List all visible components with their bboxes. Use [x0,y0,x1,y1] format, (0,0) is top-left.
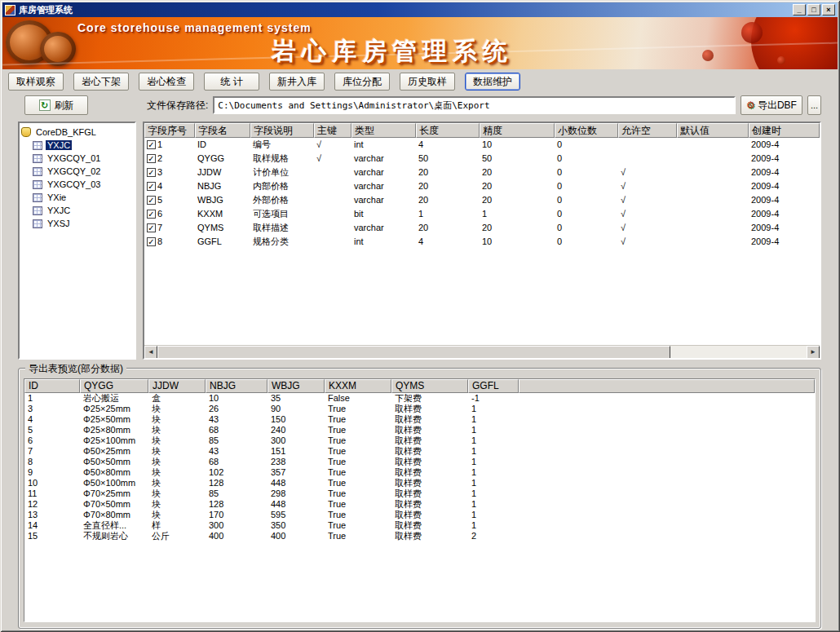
save-path-input[interactable] [213,96,736,114]
cell: 15 [24,531,80,541]
toolbar-button-6[interactable]: 库位分配 [334,73,390,91]
column-header[interactable]: 精度 [480,123,555,138]
table-row[interactable]: 8Φ50×50mm块68238True取样费1 [24,457,815,467]
column-header[interactable]: 字段序号 [144,123,195,138]
column-header[interactable]: GGFL [468,379,519,393]
table-row[interactable]: 13Φ70×80mm块170595True取样费1 [24,510,815,520]
table-row[interactable]: 12Φ70×50mm块128448True取样费1 [24,499,815,510]
column-header[interactable]: 字段说明 [250,123,314,138]
toolbar-button-8[interactable]: 数据维护 [465,73,520,91]
minimize-button[interactable]: _ [793,4,806,15]
close-button[interactable]: × [822,4,835,15]
cell: 50 [416,152,480,166]
tree-item[interactable]: YXGCQY_03 [21,178,133,191]
row-checkbox[interactable]: ✓ [147,140,156,149]
cell: 20 [416,179,480,193]
scroll-right-arrow[interactable]: ► [807,346,820,359]
cell: 块 [148,446,206,457]
cell-filler [519,510,815,520]
row-checkbox[interactable]: ✓ [147,168,156,177]
tree-item[interactable]: YXGCQY_02 [21,165,133,178]
column-header[interactable]: NBJG [206,379,267,393]
table-row[interactable]: 11Φ70×25mm块85298True取样费1 [24,488,815,499]
browse-more-button[interactable]: ... [807,95,821,115]
cell [677,221,749,235]
cell: 0 [555,179,618,193]
tree-item[interactable]: YXSJ [21,217,133,230]
column-header[interactable]: JJDW [148,379,206,393]
table-row[interactable]: 15不规则岩心公斤400400True取样费2 [24,531,815,541]
column-header[interactable]: QYGG [80,379,148,393]
toolbar: 取样观察岩心下架岩心检查统 计新井入库库位分配历史取样数据维护 [2,69,838,94]
fields-hscrollbar[interactable]: ◄ ► [144,345,820,358]
toolbar-button-4[interactable]: 统 计 [204,73,259,91]
toolbar-button-2[interactable]: 岩心下架 [73,73,129,91]
column-header[interactable]: 默认值 [677,123,749,138]
column-header[interactable]: WBJG [267,379,325,393]
tree-item[interactable]: YXJC [21,204,133,217]
cell: 0 [555,166,618,179]
table-row[interactable]: 9Φ50×80mm块102357True取样费1 [24,467,815,478]
cell: 448 [267,499,325,510]
scroll-left-arrow[interactable]: ◄ [144,346,157,359]
cell: 块 [148,457,206,467]
cell: True [325,467,391,478]
banner-subtitle: Core storehouse management system [77,21,312,34]
cell: 43 [206,446,267,457]
export-dbf-button[interactable]: ⚙ 导出DBF [741,95,802,115]
cell: 68 [206,425,267,435]
column-header[interactable]: 创建时 [749,123,820,138]
table-row[interactable]: 10Φ50×100mm块128448True取样费1 [24,478,815,488]
row-checkbox[interactable]: ✓ [147,154,156,163]
banner-title: 岩心库房管理系统 [272,35,513,69]
table-row[interactable]: 4Φ25×50mm块43150True取样费1 [24,414,815,425]
tree-item[interactable]: YXGCQY_01 [21,152,133,165]
row-number: 5 [157,193,162,207]
cell: True [325,478,391,488]
column-header[interactable]: 小数位数 [555,123,618,138]
cell: 20 [480,221,555,235]
table-row[interactable]: 7Φ50×25mm块43151True取样费1 [24,446,815,457]
toolbar-button-3[interactable]: 岩心检查 [139,73,194,91]
cell: 90 [267,404,325,414]
column-header[interactable]: QYMS [391,379,468,393]
database-tree: CoreDB_KFGL YXJCYXGCQY_01YXGCQY_02YXGCQY… [18,122,136,360]
cell: varchar [351,166,416,179]
cell: 5 [24,425,80,435]
row-checkbox[interactable]: ✓ [147,237,156,246]
row-checkbox[interactable]: ✓ [147,223,156,232]
tree-item[interactable]: YXie [21,191,133,204]
maximize-button[interactable]: □ [807,4,820,15]
table-row[interactable]: 5Φ25×80mm块68240True取样费1 [24,425,815,435]
cell: varchar [351,179,416,193]
toolbar-button-1[interactable]: 取样观察 [8,73,64,91]
cell [314,179,351,193]
cell: 238 [267,457,325,467]
column-header[interactable]: 允许空 [618,123,677,138]
column-header[interactable]: KXXM [325,379,391,393]
scroll-thumb[interactable] [157,346,670,359]
column-header[interactable]: 类型 [351,123,416,138]
preview-empty-area [24,541,815,621]
scroll-track[interactable] [157,346,807,358]
cell: 1 [468,404,519,414]
table-row[interactable]: 14全直径样...样300350True取样费1 [24,520,815,531]
cell: True [325,414,391,425]
cell: 4 [416,235,480,249]
cell: int [351,138,416,152]
column-header[interactable]: 字段名 [195,123,250,138]
row-checkbox[interactable]: ✓ [147,182,156,191]
table-row[interactable]: 1岩心搬运盒1035False下架费-1 [24,393,815,404]
row-checkbox[interactable]: ✓ [147,210,156,219]
toolbar-button-7[interactable]: 历史取样 [400,73,455,91]
refresh-button[interactable]: ↻ 刷新 [24,95,88,115]
toolbar-button-5[interactable]: 新井入库 [269,73,325,91]
column-header[interactable]: 长度 [416,123,480,138]
row-checkbox[interactable]: ✓ [147,196,156,205]
table-row[interactable]: 3Φ25×25mm块2690True取样费1 [24,404,815,414]
tree-item[interactable]: YXJC [21,139,133,152]
table-row[interactable]: 6Φ25×100mm块85300True取样费1 [24,435,815,446]
column-header[interactable]: ID [24,379,80,393]
tree-root-node[interactable]: CoreDB_KFGL [21,126,133,139]
column-header[interactable]: 主键 [314,123,351,138]
